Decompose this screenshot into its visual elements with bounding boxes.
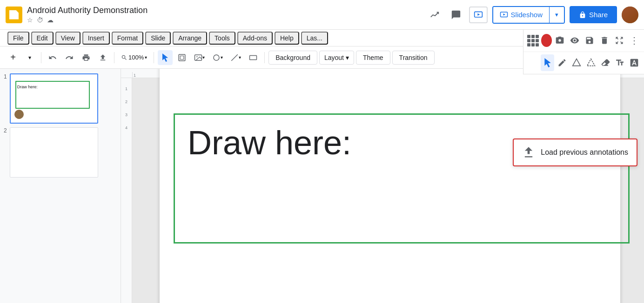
main-area: 1 Draw here: 2 1 2 3 4 5 6 7 8 (0, 69, 644, 303)
draw-text-content: Draw here: (188, 124, 351, 161)
slide-panel: 1 Draw here: 2 (0, 69, 121, 303)
menu-insert[interactable]: Insert (82, 32, 110, 45)
star-icon[interactable]: ☆ (27, 16, 33, 24)
svg-point-10 (214, 55, 219, 60)
svg-rect-12 (250, 55, 257, 59)
user-avatar[interactable] (622, 7, 638, 23)
slide-thumbnail-2[interactable] (10, 127, 98, 178)
ruler-tick: 1 (132, 72, 160, 78)
annotation-toolbar: ⋮ (523, 30, 644, 74)
print-button[interactable] (79, 50, 94, 65)
record-button[interactable] (541, 34, 552, 47)
slide-item-2[interactable]: 2 (4, 127, 117, 178)
load-annotations-popup[interactable]: Load previous annotations (513, 138, 637, 166)
eraser-tool-button[interactable] (599, 54, 612, 71)
vruler-4: 4 (125, 125, 127, 130)
slide-page[interactable]: Draw here: (160, 69, 620, 303)
zoom-level: 100% (128, 54, 144, 61)
svg-line-11 (232, 54, 238, 61)
menu-addons[interactable]: Add-ons (237, 32, 273, 45)
shape-tool-button[interactable] (570, 54, 583, 71)
menu-arrange[interactable]: Arrange (173, 32, 207, 45)
undo-button[interactable] (45, 50, 60, 65)
add-dropdown[interactable]: ▾ (22, 50, 37, 65)
divider4 (264, 52, 265, 63)
divider1 (41, 52, 41, 63)
select-tool[interactable] (158, 50, 173, 65)
vruler-1: 1 (125, 86, 127, 91)
background-button[interactable]: Background (268, 51, 317, 65)
filter-tool-button[interactable] (584, 54, 598, 71)
share-button[interactable]: Share (570, 6, 617, 23)
comments-button[interactable] (448, 7, 464, 23)
menu-slide[interactable]: Slide (145, 32, 171, 45)
pen-tool-button[interactable] (555, 54, 569, 71)
avatar-image (622, 7, 638, 23)
layout-label: Layout (324, 54, 344, 61)
editor-area: 1 2 3 4 5 6 7 8 9 1 2 3 4 (121, 69, 644, 303)
slide-number-1: 1 (4, 73, 7, 80)
zoom-button[interactable]: 100% ▾ (118, 50, 150, 65)
menu-file[interactable]: File (7, 32, 29, 45)
svg-rect-6 (179, 54, 186, 61)
redo-button[interactable] (62, 50, 77, 65)
present-button[interactable] (469, 7, 488, 23)
svg-marker-5 (587, 59, 595, 66)
save-button[interactable] (583, 32, 597, 49)
svg-point-9 (197, 56, 198, 57)
slideshow-label: Slideshow (511, 11, 543, 19)
vruler-3: 3 (125, 112, 127, 117)
more-options-button[interactable]: ⋮ (627, 32, 641, 49)
slideshow-dropdown-button[interactable]: ▾ (549, 7, 564, 23)
image-tool[interactable]: ▾ (191, 50, 208, 65)
expand-button[interactable] (612, 32, 626, 49)
slide-thumbnail-1[interactable]: Draw here: (10, 73, 98, 124)
cloud-icon[interactable]: ☁ (47, 16, 54, 24)
slide-canvas: Draw here: (136, 82, 644, 303)
line-tool[interactable]: ▾ (228, 50, 244, 65)
frame-tool[interactable] (174, 50, 189, 65)
title-right: Slideshow ▾ Share (426, 6, 638, 24)
text-area-tool[interactable] (246, 50, 261, 65)
slide-item-1[interactable]: 1 Draw here: (4, 73, 117, 124)
svg-rect-7 (181, 56, 184, 59)
slide-draw-text: Draw here: (188, 124, 351, 162)
history-icon[interactable]: ⏱ (37, 16, 43, 24)
menu-last[interactable]: Las... (301, 32, 328, 45)
annotation-row1: ⋮ (523, 30, 644, 52)
grid-menu-button[interactable] (526, 32, 540, 49)
menu-format[interactable]: Format (112, 32, 143, 45)
menu-view[interactable]: View (55, 32, 80, 45)
svg-marker-1 (477, 13, 480, 15)
cursor-tool-button[interactable] (541, 54, 554, 71)
slide-number-2: 2 (4, 127, 7, 134)
import-button[interactable] (95, 50, 110, 65)
menu-edit[interactable]: Edit (31, 32, 54, 45)
menu-help[interactable]: Help (275, 32, 299, 45)
delete-button[interactable] (597, 32, 611, 49)
analytics-button[interactable] (426, 7, 443, 23)
eye-button[interactable] (568, 32, 582, 49)
title-area: Android Authority Demonstration ☆ ⏱ ☁ (27, 6, 148, 24)
grid-icon (527, 35, 539, 46)
layout-button[interactable]: Layout ▾ (319, 51, 354, 65)
title-bar: Android Authority Demonstration ☆ ⏱ ☁ (0, 0, 644, 30)
menu-tools[interactable]: Tools (209, 32, 235, 45)
load-annotations-label: Load previous annotations (541, 148, 628, 157)
vertical-ruler: 1 2 3 4 (121, 78, 132, 303)
text-style-button[interactable] (628, 54, 641, 71)
add-button[interactable]: + (6, 50, 20, 65)
slideshow-button-container: Slideshow ▾ (492, 6, 565, 24)
annotation-row2 (523, 52, 644, 74)
text-tool-button[interactable] (613, 54, 627, 71)
chevron-icon: ▾ (555, 11, 558, 18)
divider3 (154, 52, 154, 63)
slideshow-button[interactable]: Slideshow (493, 7, 549, 23)
slide-thumb-avatar (14, 110, 24, 119)
shape-tool[interactable]: ▾ (209, 50, 226, 65)
theme-button[interactable]: Theme (356, 51, 390, 65)
app-logo (6, 7, 22, 23)
slide-thumb-text: Draw here: (17, 85, 38, 89)
camera-button[interactable] (553, 32, 567, 49)
transition-button[interactable]: Transition (392, 51, 435, 65)
